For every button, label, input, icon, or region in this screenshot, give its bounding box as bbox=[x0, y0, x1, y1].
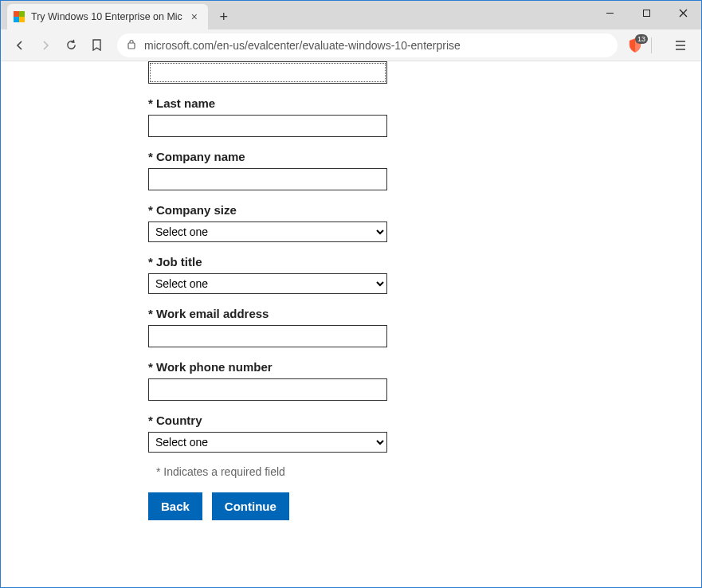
shield-icon[interactable]: 13 bbox=[627, 37, 643, 53]
last-name-input[interactable] bbox=[148, 115, 387, 137]
continue-button[interactable]: Continue bbox=[212, 492, 289, 520]
company-size-label: * Company size bbox=[148, 203, 600, 217]
microsoft-favicon bbox=[14, 11, 25, 22]
browser-toolbar: microsoft.com/en-us/evalcenter/evaluate-… bbox=[1, 29, 701, 61]
last-name-label: * Last name bbox=[148, 96, 600, 110]
required-note: * Indicates a required field bbox=[156, 465, 600, 478]
forward-button[interactable] bbox=[34, 34, 57, 57]
email-label: * Work email address bbox=[148, 307, 600, 320]
maximize-button[interactable] bbox=[628, 1, 665, 25]
bookmark-button[interactable] bbox=[85, 34, 108, 57]
url-bar[interactable]: microsoft.com/en-us/evalcenter/evaluate-… bbox=[117, 33, 618, 57]
company-name-input[interactable] bbox=[148, 168, 387, 190]
phone-input[interactable] bbox=[148, 378, 387, 401]
svg-rect-1 bbox=[643, 10, 649, 16]
browser-titlebar: Try Windows 10 Enterprise on Mic × + bbox=[1, 1, 701, 29]
company-name-label: * Company name bbox=[148, 150, 600, 163]
first-name-input[interactable] bbox=[148, 61, 387, 84]
country-label: * Country bbox=[148, 414, 600, 427]
job-title-select[interactable]: Select one bbox=[148, 273, 387, 294]
phone-label: * Work phone number bbox=[148, 360, 600, 374]
url-text: microsoft.com/en-us/evalcenter/evaluate-… bbox=[144, 39, 461, 52]
close-tab-icon[interactable]: × bbox=[189, 11, 200, 22]
evaluation-form: Please complete the form to continue: * … bbox=[102, 61, 600, 520]
svg-rect-4 bbox=[128, 43, 135, 49]
toolbar-divider bbox=[651, 37, 652, 53]
reload-button[interactable] bbox=[60, 34, 82, 57]
menu-button[interactable] bbox=[668, 33, 693, 57]
tab-title: Try Windows 10 Enterprise on Mic bbox=[31, 11, 182, 22]
email-input[interactable] bbox=[148, 325, 387, 347]
company-size-select[interactable]: Select one bbox=[148, 221, 387, 242]
browser-tab[interactable]: Try Windows 10 Enterprise on Mic × bbox=[7, 4, 208, 29]
country-select[interactable]: Select one bbox=[148, 432, 387, 453]
job-title-label: * Job title bbox=[148, 255, 600, 269]
close-window-button[interactable] bbox=[665, 1, 701, 25]
new-tab-button[interactable]: + bbox=[213, 6, 235, 28]
back-button-form[interactable]: Back bbox=[148, 492, 202, 520]
shield-badge: 13 bbox=[635, 34, 648, 44]
back-button[interactable] bbox=[9, 34, 31, 57]
window-controls bbox=[591, 1, 701, 25]
page-viewport[interactable]: Start your evaluation Please complete th… bbox=[1, 61, 701, 587]
minimize-button[interactable] bbox=[591, 1, 628, 25]
lock-icon bbox=[127, 39, 136, 52]
